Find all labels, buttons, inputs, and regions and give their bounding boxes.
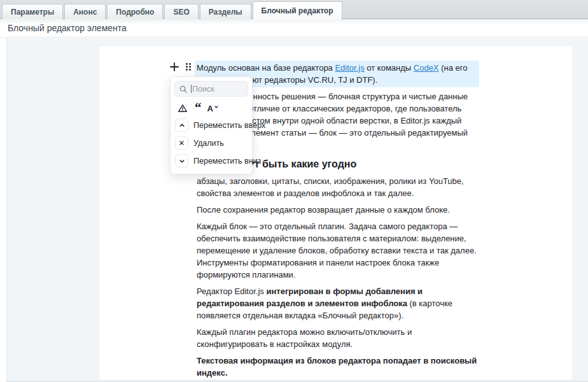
close-icon xyxy=(175,136,188,150)
toolbox-icons: “A xyxy=(171,101,252,117)
inline-link[interactable]: CodeX xyxy=(414,63,439,73)
text-segment: Каждый плагин редактора можно включить/о… xyxy=(197,327,412,349)
paragraph-block[interactable]: После сохранения редактор возвращает дан… xyxy=(195,202,479,217)
tab-1[interactable]: Параметры xyxy=(2,4,63,19)
tab-4[interactable]: SEO xyxy=(164,4,198,19)
text-segment: Редактор Editor.js xyxy=(197,286,266,296)
block-toolbar xyxy=(169,62,193,72)
menu-item-label: Удалить xyxy=(193,139,224,148)
tab-6[interactable]: Блочный редактор xyxy=(253,1,342,20)
page-header: Блочный редактор элемента xyxy=(0,19,588,38)
warning-icon[interactable] xyxy=(178,104,188,113)
page-title: Блочный редактор элемента xyxy=(8,23,127,33)
text-segment: абзацы, заголовки, цитаты, списки, изобр… xyxy=(197,176,464,198)
paragraph-block[interactable]: Каждый плагин редактора можно включить/о… xyxy=(195,325,479,351)
inline-link[interactable]: Editor.js xyxy=(335,63,364,73)
text-segment: Каждый блок — это отдельный плагин. Зада… xyxy=(197,222,477,279)
drag-handle-icon[interactable] xyxy=(183,62,193,72)
paragraph-block[interactable]: Редактор Editor.js интегрирован в формы … xyxy=(195,284,479,323)
form-panel: Модуль основан на базе редактора Editor.… xyxy=(6,38,588,382)
chevron-down-icon xyxy=(175,154,188,167)
tab-bar: ПараметрыАнонсПодробноSEOРазделыБлочный … xyxy=(0,0,588,19)
block-tunes-menu: Переместить вверхУдалитьПереместить вниз xyxy=(171,117,252,169)
text-segment: от команды xyxy=(365,63,414,73)
text-size-icon[interactable]: A xyxy=(207,104,219,113)
text-segment: После сохранения редактор возвращает дан… xyxy=(197,205,450,215)
toolbox-search[interactable] xyxy=(174,81,248,97)
menu-item-close[interactable]: Удалить xyxy=(174,135,248,151)
menu-item-chevron-up[interactable]: Переместить вверх xyxy=(174,117,248,133)
menu-item-label: Переместить вверх xyxy=(193,121,265,130)
add-block-icon[interactable] xyxy=(169,62,179,72)
search-input[interactable] xyxy=(192,85,237,94)
bold-text: Текстовая информация из блоков редактора… xyxy=(197,356,477,378)
chevron-up-icon xyxy=(175,118,188,132)
menu-item-label: Переместить вниз xyxy=(193,157,261,166)
text-caret xyxy=(191,85,192,93)
paragraph-block[interactable]: Каждый блок — это отдельный плагин. Зада… xyxy=(195,219,479,282)
tab-3[interactable]: Подробно xyxy=(107,4,163,19)
tab-5[interactable]: Разделы xyxy=(200,4,251,19)
menu-item-chevron-down[interactable]: Переместить вниз xyxy=(174,153,248,169)
search-icon xyxy=(179,85,187,93)
text-segment: Модуль основан на базе редактора xyxy=(197,63,335,73)
quote-icon[interactable]: “ xyxy=(195,104,200,112)
paragraph-block[interactable]: абзацы, заголовки, цитаты, списки, изобр… xyxy=(195,174,479,201)
block-settings-popup: “A Переместить вверхУдалитьПереместить в… xyxy=(170,76,253,174)
tab-2[interactable]: Анонс xyxy=(64,4,106,19)
paragraph-block[interactable]: Текстовая информация из блоков редактора… xyxy=(195,353,479,379)
